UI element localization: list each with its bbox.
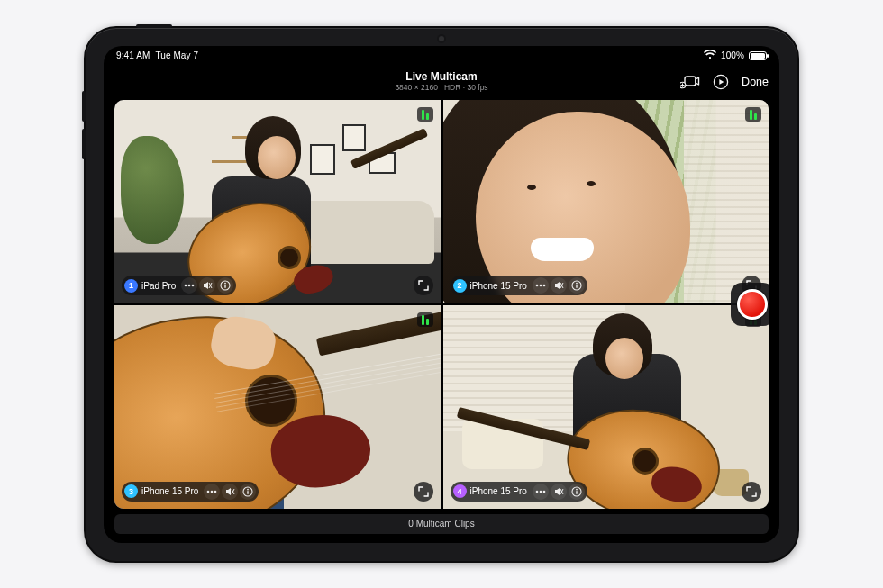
screen: 9:41 AM Tue May 7 100% Live Multicam [104,46,779,543]
multicam-grid: 1 iPad Pro [114,100,769,509]
svg-point-7 [224,283,226,285]
status-bar: 9:41 AM Tue May 7 100% [104,46,779,66]
svg-point-11 [543,285,546,287]
svg-point-10 [540,285,542,287]
more-icon[interactable] [181,277,197,294]
done-button[interactable]: Done [742,76,769,88]
battery-percent: 100% [721,50,744,60]
app-header: Live Multicam 3840 × 2160 · HDR · 30 fps [104,66,779,98]
svg-point-4 [188,285,191,287]
wifi-icon [704,50,716,61]
more-icon[interactable] [533,277,549,294]
mute-icon[interactable] [551,484,567,500]
feed-controls: 3 iPhone 15 Pro [122,482,259,502]
more-icon[interactable] [533,484,549,500]
feed-controls: 1 iPad Pro [122,276,236,295]
feed-thumbnail [443,100,769,303]
battery-icon [749,51,767,60]
svg-point-3 [185,285,187,287]
expand-icon[interactable] [742,482,761,502]
camera-label: iPad Pro [140,281,179,291]
camera-index-badge: 1 [124,279,138,293]
volume-up-hardware [82,91,86,122]
svg-point-13 [576,283,578,285]
record-button[interactable] [737,289,768,320]
camera-label: iPhone 15 Pro [140,486,202,496]
camera-index-badge: 4 [453,484,467,498]
clips-count-label: 0 Multicam Clips [408,519,474,529]
clips-bar[interactable]: 0 Multicam Clips [114,514,769,534]
record-button-container [731,283,769,326]
play-button[interactable] [711,72,731,92]
svg-point-25 [576,488,578,490]
svg-point-23 [543,490,546,493]
status-time: 9:41 AM [116,50,150,60]
feed-controls: 2 iPhone 15 Pro [451,276,587,295]
svg-point-16 [211,490,214,493]
svg-point-9 [536,285,539,287]
page-subtitle: 3840 × 2160 · HDR · 30 fps [395,84,487,93]
camera-index-badge: 2 [453,279,467,293]
svg-rect-20 [248,491,249,494]
mute-icon[interactable] [199,277,215,294]
camera-feed-2[interactable]: 2 iPhone 15 Pro [443,100,769,303]
more-icon[interactable] [204,484,220,500]
camera-label: iPhone 15 Pro [469,486,531,496]
info-icon[interactable] [569,484,585,500]
feed-controls: 4 iPhone 15 Pro [451,482,587,502]
feed-thumbnail [443,305,769,509]
camera-feed-3[interactable]: 3 iPhone 15 Pro [114,305,441,509]
svg-point-22 [540,490,542,493]
power-hardware [136,24,172,28]
mute-icon[interactable] [222,484,238,500]
expand-icon[interactable] [414,482,433,502]
ipad-device-frame: 9:41 AM Tue May 7 100% Live Multicam [84,26,799,563]
svg-point-15 [207,490,210,493]
svg-point-21 [536,490,539,493]
camera-index-badge: 3 [124,484,138,498]
svg-point-17 [214,490,217,493]
svg-rect-14 [576,285,577,288]
svg-point-5 [192,285,195,287]
title-block: Live Multicam 3840 × 2160 · HDR · 30 fps [395,71,487,93]
info-icon[interactable] [569,277,585,294]
camera-feed-1[interactable]: 1 iPad Pro [114,100,441,303]
svg-point-19 [247,488,249,490]
info-icon[interactable] [217,277,233,294]
svg-rect-0 [685,77,696,86]
mute-icon[interactable] [551,277,567,294]
info-icon[interactable] [240,484,256,500]
status-date: Tue May 7 [155,50,198,60]
feed-thumbnail [114,305,441,509]
add-camera-button[interactable] [680,72,700,92]
svg-rect-26 [576,491,577,494]
camera-label: iPhone 15 Pro [469,281,531,291]
page-title: Live Multicam [395,71,487,84]
feed-thumbnail [114,100,441,303]
expand-icon[interactable] [414,276,433,295]
camera-feed-4[interactable]: 4 iPhone 15 Pro [443,305,769,509]
audio-level-meter [745,107,761,122]
audio-level-meter [417,107,433,122]
volume-down-hardware [82,129,86,159]
audio-level-meter [417,312,433,327]
svg-rect-8 [225,285,226,288]
